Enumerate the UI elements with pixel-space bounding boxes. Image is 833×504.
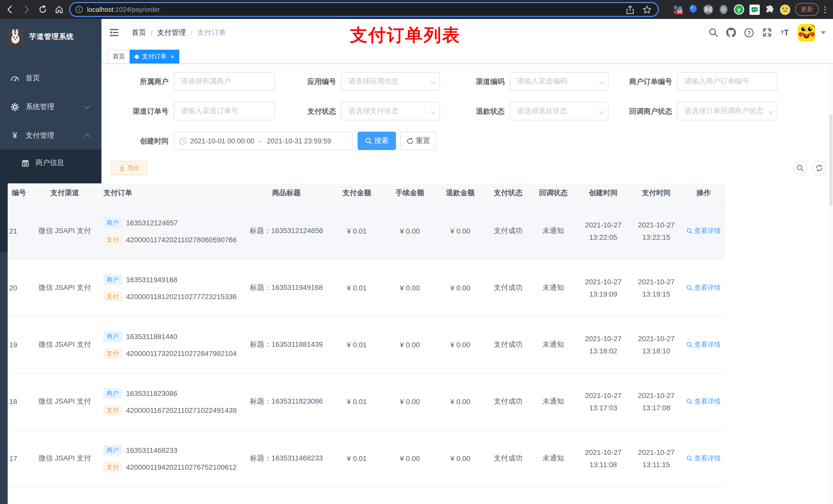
extension-icon-grid[interactable]: 10 xyxy=(672,4,683,15)
view-detail-link[interactable]: 查看详情 xyxy=(687,397,721,406)
chevron-down-icon xyxy=(768,109,773,114)
search-icon xyxy=(687,228,693,234)
active-dot xyxy=(135,54,139,58)
create-date: 2021-10-27 xyxy=(576,275,630,288)
search-button[interactable]: 搜索 xyxy=(358,131,396,150)
browser-forward-button[interactable] xyxy=(20,3,33,16)
font-size-icon[interactable]: TT xyxy=(780,27,790,38)
pay-tag: 支付 xyxy=(103,291,122,302)
create-date: 2021-10-27 xyxy=(576,332,630,345)
url-text: localhost:1024/pay/order xyxy=(87,6,160,13)
col-notify: 回调状态 xyxy=(531,188,576,197)
show-search-toggle-button[interactable] xyxy=(793,161,807,175)
help-icon[interactable]: ? xyxy=(744,27,754,38)
product-title: 标题：1635312124656 xyxy=(244,226,329,236)
refund-status-select[interactable]: 请选择退款状态 xyxy=(510,102,609,120)
sidebar-toggle-icon[interactable] xyxy=(109,28,119,38)
avatar[interactable] xyxy=(798,24,815,41)
refund-amount: ¥ 0.00 xyxy=(435,341,486,349)
browser-profile-avatar[interactable] xyxy=(780,4,790,15)
table-row[interactable]: 19微信 JSAPI 支付商户1635311881440支付4200001173… xyxy=(8,316,725,374)
extension-icon-dot[interactable] xyxy=(718,4,729,15)
app-logo[interactable]: 芋道管理系统 xyxy=(0,24,101,50)
chevron-up-icon xyxy=(84,134,90,140)
address-bar[interactable]: localhost:1024/pay/order xyxy=(69,2,659,17)
filter-label-notify-status: 回调商户状态 xyxy=(602,102,672,120)
view-detail-link[interactable]: 查看详情 xyxy=(687,226,721,236)
site-info-icon[interactable] xyxy=(75,6,83,13)
breadcrumb-home[interactable]: 首页 xyxy=(132,28,146,37)
extension-badge: 10 xyxy=(676,9,683,14)
browser-update-button[interactable]: 更新 xyxy=(795,3,819,16)
tab-home[interactable]: 首页 xyxy=(108,50,130,64)
close-icon[interactable]: × xyxy=(171,53,174,60)
fullscreen-icon[interactable] xyxy=(762,27,772,38)
sidebar-item-merchant-info[interactable]: 商户信息 xyxy=(0,150,101,176)
scrollbar-thumb[interactable] xyxy=(829,114,832,207)
view-detail-link[interactable]: 查看详情 xyxy=(687,340,721,349)
table-row[interactable]: 18微信 JSAPI 支付商户1635311823086支付4200001167… xyxy=(8,374,725,430)
extensions-puzzle-icon[interactable] xyxy=(764,4,775,15)
merchant-order-no-input[interactable]: 请输入商户订单编号 xyxy=(677,72,778,91)
extension-icon-chat[interactable] xyxy=(749,4,760,15)
pay-order-no: 4200001181202110277723215336 xyxy=(126,292,237,301)
browser-menu-icon[interactable] xyxy=(823,6,829,13)
browser-back-button[interactable] xyxy=(3,3,16,16)
pay-tag: 支付 xyxy=(103,234,122,245)
pay-amount: ¥ 0.01 xyxy=(329,398,385,406)
fee-amount: ¥ 0.00 xyxy=(385,454,435,462)
sidebar-item-system[interactable]: 系统管理 xyxy=(0,94,101,120)
app-select[interactable]: 请选择应用信息 xyxy=(341,72,440,91)
view-detail-link[interactable]: 查看详情 xyxy=(687,283,721,292)
github-icon[interactable] xyxy=(726,27,736,38)
browser-home-button[interactable] xyxy=(52,3,66,16)
channel-code-select[interactable]: 请输入渠道编码 xyxy=(510,72,609,91)
extension-icon-command[interactable] xyxy=(703,4,714,15)
create-time: 13:17:03 xyxy=(576,402,630,414)
notify-status: 未通知 xyxy=(531,340,576,349)
bookmark-star-icon[interactable] xyxy=(642,5,652,14)
table-row[interactable]: 20微信 JSAPI 支付商户1635311949168支付4200001181… xyxy=(8,260,725,316)
create-time-range-picker[interactable]: 2021-10-01 00:00:00 - 2021-10-31 23:59:5… xyxy=(174,131,353,150)
create-date: 2021-10-27 xyxy=(576,446,630,458)
notify-status: 未通知 xyxy=(531,454,576,463)
browser-toolbar: localhost:1024/pay/order 10 y xyxy=(0,0,833,19)
filter-label-pay-status: 支付状态 xyxy=(285,102,336,120)
notify-status: 未通知 xyxy=(531,397,576,406)
browser-reload-button[interactable] xyxy=(36,3,49,16)
breadcrumb-pay[interactable]: 支付管理 xyxy=(157,28,186,37)
breadcrumb: 首页 / 支付管理 / 支付订单 xyxy=(132,19,226,46)
channel-order-no-input[interactable]: 请输入渠道订单号 xyxy=(174,102,275,120)
sidebar-item-pay[interactable]: ¥ 支付管理 xyxy=(0,123,101,148)
pay-status: 支付成功 xyxy=(486,340,531,349)
svg-text:y: y xyxy=(737,7,740,12)
sidebar-item-label: 系统管理 xyxy=(26,102,54,112)
date-separator: - xyxy=(260,137,262,145)
sidebar-item-home[interactable]: 首页 xyxy=(0,66,101,91)
pay-status-select[interactable]: 请选择支付状态 xyxy=(341,102,440,120)
reset-button[interactable]: 重置 xyxy=(400,131,436,150)
merchant-tag: 商户 xyxy=(103,217,122,228)
search-icon xyxy=(687,455,693,461)
pay-status: 支付成功 xyxy=(486,454,531,463)
extension-icon-balloon[interactable] xyxy=(688,4,698,15)
search-icon[interactable] xyxy=(708,27,718,38)
dashboard-icon xyxy=(10,74,20,83)
caret-down-icon[interactable] xyxy=(821,31,826,34)
share-icon[interactable] xyxy=(626,5,634,14)
notify-status-select[interactable]: 请选择订单回调商户状态 xyxy=(677,102,778,120)
merchant-select[interactable]: 请选择所属商户 xyxy=(174,72,275,91)
scrollbar[interactable] xyxy=(829,65,833,504)
table-row[interactable]: 17微信 JSAPI 支付商户1635311468233支付4200001194… xyxy=(8,430,725,487)
table-row-partial[interactable]: 商户1635311354736 xyxy=(8,487,725,504)
export-button[interactable]: 导出 xyxy=(111,161,147,175)
search-icon xyxy=(365,138,372,144)
tab-pay-order[interactable]: 支付订单 × xyxy=(129,50,179,64)
table-row[interactable]: 21微信 JSAPI 支付商户1635312124657支付4200001174… xyxy=(8,203,725,260)
extension-icon-y-circle[interactable]: y xyxy=(734,4,744,15)
refresh-table-button[interactable] xyxy=(812,161,826,175)
view-detail-link[interactable]: 查看详情 xyxy=(687,454,721,463)
pay-time: 13:17:08 xyxy=(630,402,682,414)
fee-amount: ¥ 0.00 xyxy=(385,227,435,235)
pay-channel: 微信 JSAPI 支付 xyxy=(34,283,95,292)
